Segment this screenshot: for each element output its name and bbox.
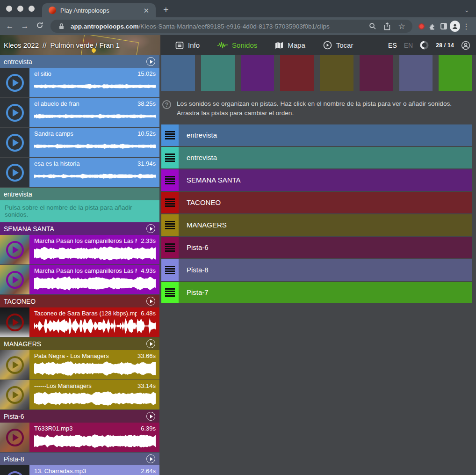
track-name-label: MANAGERS bbox=[187, 221, 227, 229]
language-en-button[interactable]: EN bbox=[404, 42, 413, 49]
clip-thumbnail[interactable] bbox=[0, 380, 29, 409]
clip-thumbnail[interactable] bbox=[0, 465, 29, 475]
forward-button[interactable]: → bbox=[18, 22, 32, 31]
clip-thumbnail[interactable] bbox=[0, 423, 29, 452]
track-drag-handle[interactable] bbox=[161, 124, 179, 146]
reload-button[interactable] bbox=[33, 22, 47, 31]
clip-row[interactable]: T633R01.mp36.39s bbox=[0, 423, 159, 452]
clip-row[interactable]: ------Los Mananagers33.14s bbox=[0, 380, 159, 409]
clip-row[interactable]: Taconeo de Sara Baras (128 kbps).mp36.48… bbox=[0, 307, 159, 337]
browser-menu-icon[interactable]: ⋮ bbox=[461, 21, 471, 31]
clip-thumbnail[interactable] bbox=[0, 68, 29, 97]
window-minimize-button[interactable] bbox=[17, 6, 23, 12]
back-button[interactable]: ← bbox=[3, 22, 17, 31]
extensions-puzzle-icon[interactable] bbox=[427, 21, 438, 31]
clip-row[interactable]: el sitio15.02s bbox=[0, 68, 159, 97]
section-name: SEMANA SANTA bbox=[4, 225, 54, 233]
section-play-button[interactable] bbox=[146, 454, 155, 463]
section-header[interactable]: entrevista bbox=[0, 55, 159, 68]
side-panel-icon[interactable] bbox=[439, 21, 449, 31]
tab-strip-chevron-icon[interactable]: ⌄ bbox=[464, 6, 469, 14]
track-row[interactable]: TACONEO bbox=[161, 192, 472, 213]
account-icon[interactable] bbox=[461, 41, 470, 50]
track-drag-handle[interactable] bbox=[161, 214, 179, 236]
section-play-button[interactable] bbox=[146, 297, 155, 306]
section-play-button[interactable] bbox=[146, 339, 155, 348]
track-row[interactable]: MANAGERS bbox=[161, 214, 472, 236]
clip-row[interactable]: el abuelo de fran38.25s bbox=[0, 98, 159, 127]
track-row[interactable]: entrevista bbox=[161, 124, 472, 146]
track-name-button[interactable]: MANAGERS bbox=[179, 214, 472, 236]
section-header[interactable]: Pista-8 bbox=[0, 453, 159, 465]
track-name-button[interactable]: TACONEO bbox=[179, 192, 472, 213]
track-drag-handle[interactable] bbox=[161, 147, 179, 168]
browser-tab[interactable]: Play Antropoloops ✕ bbox=[42, 3, 156, 17]
clip-row[interactable]: esa es la historia31.94s bbox=[0, 158, 159, 187]
track-name-button[interactable]: Pista-7 bbox=[179, 282, 472, 303]
clip-thumbnail[interactable] bbox=[0, 350, 29, 380]
profile-avatar[interactable] bbox=[450, 21, 460, 31]
window-zoom-button[interactable] bbox=[29, 6, 35, 12]
track-drag-handle[interactable] bbox=[161, 282, 179, 303]
clip-thumbnail[interactable] bbox=[0, 98, 29, 127]
track-drag-handle[interactable] bbox=[161, 169, 179, 191]
clip-thumbnail[interactable] bbox=[0, 128, 29, 157]
clip-row[interactable]: Sandra camps10.52s bbox=[0, 128, 159, 157]
track-row[interactable]: SEMANA SANTA bbox=[161, 169, 472, 191]
new-tab-button[interactable]: + bbox=[156, 5, 169, 17]
clip-play-button[interactable] bbox=[6, 241, 24, 259]
clip-row[interactable]: Marcha Pasan los campanilleros Las Mejor… bbox=[0, 265, 159, 294]
record-extension-icon[interactable] bbox=[416, 21, 426, 31]
clip-play-button[interactable] bbox=[6, 271, 24, 289]
clip-play-button[interactable] bbox=[6, 134, 24, 152]
track-drag-handle[interactable] bbox=[161, 237, 179, 258]
clip-thumbnail[interactable] bbox=[0, 265, 29, 294]
track-row[interactable]: Pista-8 bbox=[161, 259, 472, 281]
zoom-icon[interactable] bbox=[368, 21, 378, 31]
clip-play-button[interactable] bbox=[6, 74, 24, 92]
nav-item-sonidos[interactable]: Sonidos bbox=[217, 41, 257, 49]
clip-thumbnail[interactable] bbox=[0, 158, 29, 187]
clip-row[interactable]: Pata Negra - Los Managers33.66s bbox=[0, 350, 159, 380]
clip-play-button[interactable] bbox=[6, 356, 24, 374]
clip-play-button[interactable] bbox=[6, 471, 24, 475]
project-photo[interactable]: Kleos 2022 // Pulmón verde / Fran 1 bbox=[0, 35, 160, 55]
section-play-button[interactable] bbox=[146, 224, 155, 233]
track-row[interactable]: Pista-7 bbox=[161, 282, 472, 303]
track-name-button[interactable]: SEMANA SANTA bbox=[179, 169, 472, 191]
nav-item-info[interactable]: Info bbox=[175, 41, 200, 50]
section-play-button[interactable] bbox=[146, 412, 155, 421]
clip-play-button[interactable] bbox=[6, 386, 24, 404]
track-drag-handle[interactable] bbox=[161, 259, 179, 281]
bookmark-star-icon[interactable]: ☆ bbox=[397, 21, 407, 31]
address-bar[interactable]: app.antropoloops.com/Kleos-Santa-Marina/… bbox=[50, 20, 412, 33]
track-row[interactable]: Pista-6 bbox=[161, 237, 472, 258]
track-name-button[interactable]: entrevista bbox=[179, 124, 472, 146]
clip-thumbnail[interactable] bbox=[0, 307, 29, 337]
clip-play-button[interactable] bbox=[6, 429, 24, 446]
tab-close-icon[interactable]: ✕ bbox=[141, 6, 151, 15]
section-header[interactable]: Pista-6 bbox=[0, 410, 159, 423]
window-close-button[interactable] bbox=[6, 6, 12, 12]
section-header[interactable]: SEMANA SANTA bbox=[0, 222, 159, 235]
language-es-button[interactable]: ES bbox=[388, 42, 397, 49]
track-row[interactable]: entrevista bbox=[161, 147, 472, 168]
clip-thumbnail[interactable] bbox=[0, 235, 29, 264]
clip-row[interactable]: 13. Charradas.mp32.64s bbox=[0, 465, 159, 475]
clip-row[interactable]: Marcha Pasan los campanilleros Las Mejor… bbox=[0, 235, 159, 264]
nav-item-mapa[interactable]: Mapa bbox=[275, 41, 305, 49]
share-icon[interactable] bbox=[382, 21, 392, 31]
clip-play-button[interactable] bbox=[6, 164, 24, 182]
track-name-button[interactable]: entrevista bbox=[179, 147, 472, 168]
clip-duration: 15.02s bbox=[137, 70, 156, 77]
section-header[interactable]: TACONEO bbox=[0, 295, 159, 307]
section-play-button[interactable] bbox=[146, 57, 155, 66]
section-header[interactable]: MANAGERS bbox=[0, 337, 159, 350]
section-header[interactable]: entrevista bbox=[0, 188, 159, 200]
clip-play-button[interactable] bbox=[6, 104, 24, 122]
track-drag-handle[interactable] bbox=[161, 192, 179, 213]
clip-play-button[interactable] bbox=[6, 314, 24, 331]
track-name-button[interactable]: Pista-8 bbox=[179, 259, 472, 281]
nav-item-tocar[interactable]: Tocar bbox=[323, 41, 353, 50]
track-name-button[interactable]: Pista-6 bbox=[179, 237, 472, 258]
